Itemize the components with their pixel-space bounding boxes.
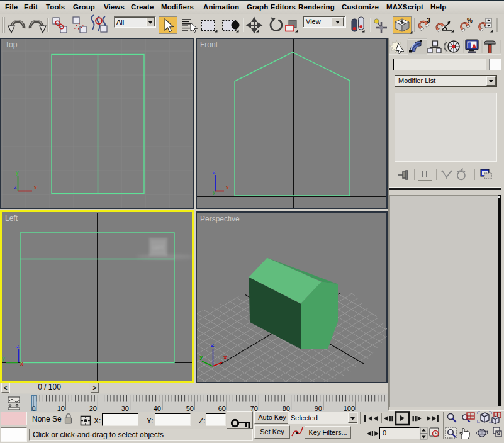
svg-text:3: 3 xyxy=(427,16,430,24)
svg-text:%: % xyxy=(467,17,473,24)
